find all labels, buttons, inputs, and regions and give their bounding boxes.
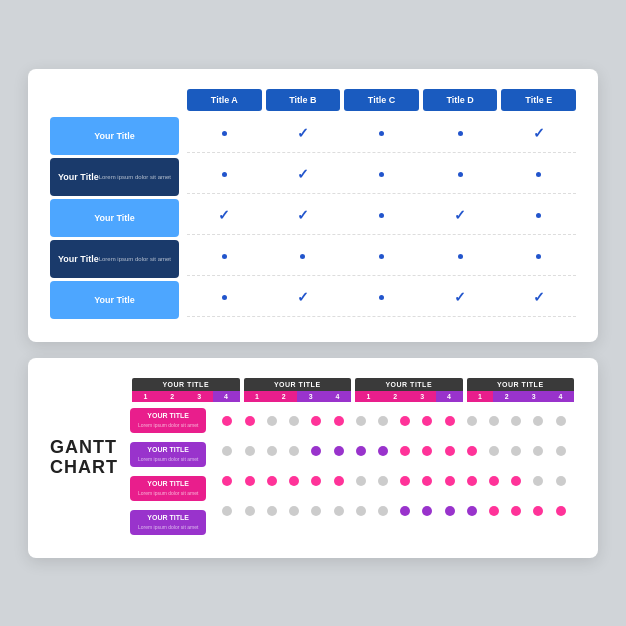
dot-icon (222, 254, 227, 259)
card2-circle-dot (289, 416, 299, 426)
card1-row-label: Your Title (50, 281, 179, 319)
dot-icon (536, 172, 541, 177)
card2-circle-dot (400, 506, 410, 516)
card2-circle-dot (422, 506, 432, 516)
card2-circle-dot (334, 416, 344, 426)
card2-circles (212, 416, 576, 426)
card2-circle-dot (245, 476, 255, 486)
card1-cell: ✓ (187, 197, 262, 234)
card1-cell (423, 156, 498, 193)
card2-col-group: YOUR TITLE1234 (355, 378, 463, 402)
checkmark-icon: ✓ (297, 125, 309, 141)
card1-data-rows: ✓✓✓✓✓✓✓✓✓ (187, 115, 576, 317)
card2-num-cell: 2 (159, 391, 186, 402)
card1-chart-title (50, 89, 179, 117)
card1-col-header: Title C (344, 89, 419, 111)
card1-row-label: Your Title (50, 117, 179, 155)
card2-num-cell: 4 (436, 391, 463, 402)
card2-circle-dot (467, 476, 477, 486)
card2-circle-dot (489, 446, 499, 456)
card2-circle-dot (222, 476, 232, 486)
card2-col-group: YOUR TITLE1234 (244, 378, 352, 402)
card1-data-row: ✓ (187, 156, 576, 194)
dot-icon (536, 254, 541, 259)
card2-circle-dot (445, 506, 455, 516)
card2-col-group: YOUR TITLE1234 (132, 378, 240, 402)
dot-icon (379, 172, 384, 177)
card2-circles (212, 446, 576, 456)
card2-circle-dot (245, 416, 255, 426)
card2-num-cell: 1 (132, 391, 159, 402)
card2-circle-dot (245, 446, 255, 456)
card2-col-group: YOUR TITLE1234 (467, 378, 575, 402)
card2-circle-dot (489, 506, 499, 516)
checkmark-icon: ✓ (533, 125, 545, 141)
card2-circle-row (212, 406, 576, 436)
card1-data-row: ✓✓✓ (187, 279, 576, 317)
card2-body: YOUR TITLELorem ipsum dolor sit ametYOUR… (130, 406, 576, 538)
card2-circle-dot (334, 506, 344, 516)
checkmark-icon: ✓ (454, 289, 466, 305)
card2-circle-dot (378, 416, 388, 426)
card2-circle-dot (556, 416, 566, 426)
card1-cell (344, 197, 419, 234)
card1-left-labels: Your TitleYour TitleLorem ipsum dolor si… (50, 89, 179, 322)
card2-circle-dot (445, 446, 455, 456)
card1-cell (501, 197, 576, 234)
card2-circle-dot (400, 476, 410, 486)
dot-icon (222, 295, 227, 300)
card2-circle-dot (311, 446, 321, 456)
card2-title-block: GANTTCHART (50, 378, 120, 538)
card2-circle-dot (556, 476, 566, 486)
card2-row-label: YOUR TITLELorem ipsum dolor sit amet (130, 408, 206, 433)
card1-cell: ✓ (266, 279, 341, 316)
card1-cell: ✓ (423, 197, 498, 234)
card2-num-cell: 3 (520, 391, 547, 402)
card2-circle-dot (556, 506, 566, 516)
card2-circle-dot (445, 476, 455, 486)
card1-cell: ✓ (423, 279, 498, 316)
card2-circle-dot (267, 476, 277, 486)
dot-icon (379, 295, 384, 300)
card1-cell (344, 156, 419, 193)
card2-num-cell: 3 (297, 391, 324, 402)
card1-header-row: Title ATitle BTitle CTitle DTitle E (187, 89, 576, 111)
card2-num-cell: 1 (355, 391, 382, 402)
dot-icon (379, 254, 384, 259)
gantt-chart-card1: Your TitleYour TitleLorem ipsum dolor si… (28, 69, 598, 342)
card2-left-label-row: YOUR TITLELorem ipsum dolor sit amet (130, 440, 206, 470)
checkmark-icon: ✓ (454, 207, 466, 223)
card2-circle-dot (511, 446, 521, 456)
card1-row-label: Your TitleLorem ipsum dolor sit amet (50, 240, 179, 278)
card2-num-cell: 3 (186, 391, 213, 402)
card1-cell (501, 156, 576, 193)
card2-circle-dot (489, 416, 499, 426)
card2-circle-dot (222, 416, 232, 426)
card2-circle-dot (400, 446, 410, 456)
card1-data-row: ✓✓✓ (187, 197, 576, 235)
card2-circle-dot (311, 506, 321, 516)
card1-col-header: Title E (501, 89, 576, 111)
card2-circle-dot (356, 446, 366, 456)
card2-num-cell: 2 (270, 391, 297, 402)
card2-num-cell: 4 (547, 391, 574, 402)
card1-cell (187, 115, 262, 152)
card2-num-cell: 1 (467, 391, 494, 402)
card2-circle-dot (467, 416, 477, 426)
checkmark-icon: ✓ (297, 289, 309, 305)
card1-row-label: Your Title (50, 199, 179, 237)
card2-left-label-row: YOUR TITLELorem ipsum dolor sit amet (130, 508, 206, 538)
card2-num-cell: 2 (382, 391, 409, 402)
card2-row-label: YOUR TITLELorem ipsum dolor sit amet (130, 510, 206, 535)
card1-col-header: Title D (423, 89, 498, 111)
card2-circle-dot (356, 506, 366, 516)
card2-circle-dot (267, 446, 277, 456)
card1-cell (423, 238, 498, 275)
card2-circle-dot (222, 446, 232, 456)
card2-circle-dot (533, 506, 543, 516)
card1-data-row: ✓✓ (187, 115, 576, 153)
card2-circle-dot (289, 506, 299, 516)
card1-cell (266, 238, 341, 275)
card2-circle-dot (422, 416, 432, 426)
dot-icon (458, 131, 463, 136)
